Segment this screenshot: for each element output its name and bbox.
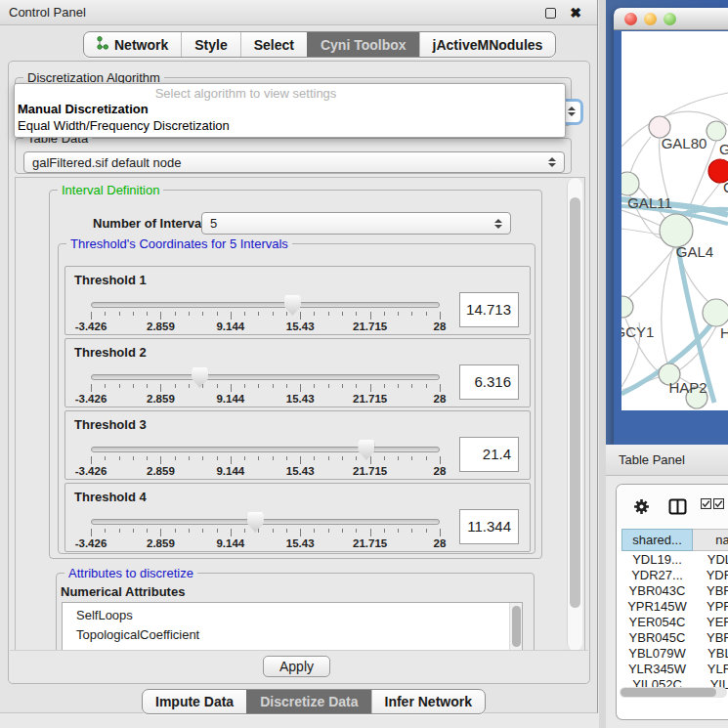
network-node[interactable]	[703, 299, 728, 326]
table-row[interactable]: YLR345WYLR3	[621, 662, 728, 677]
column-header-shared-name[interactable]: shared...	[621, 529, 693, 551]
table-data-combobox[interactable]: galFiltered.sif default node	[23, 151, 565, 173]
tick-mark	[286, 456, 287, 460]
network-node-label: GCY1	[621, 323, 654, 340]
slider-ticks	[91, 456, 440, 465]
threshold-3-slider[interactable]	[91, 447, 440, 452]
network-nodes[interactable]	[621, 116, 728, 408]
network-canvas[interactable]: GAL80 G C GAL11 GAL4 GCY1 H HAP2	[621, 31, 728, 410]
list-vertical-scrollbar[interactable]	[509, 603, 522, 652]
tick-mark	[175, 384, 176, 388]
table-row[interactable]: YBR045CYBR0	[621, 630, 728, 646]
tick-mark	[300, 529, 301, 536]
network-node[interactable]	[660, 214, 693, 247]
apply-button[interactable]: Apply	[263, 656, 330, 677]
table-row[interactable]: YDR27...YDR2	[621, 568, 728, 583]
apply-row: Apply	[10, 650, 588, 682]
tab-infer-network[interactable]: Infer Network	[371, 690, 485, 713]
tab-style[interactable]: Style	[181, 32, 239, 57]
split-columns-icon[interactable]	[668, 498, 687, 515]
tick-mark	[91, 384, 92, 392]
tick-mark	[202, 312, 203, 316]
column-header-name[interactable]: na	[693, 529, 728, 551]
threshold-3-value-field[interactable]: 21.4	[459, 437, 519, 472]
tick-mark	[273, 529, 274, 533]
threshold-4-slider[interactable]	[91, 519, 440, 525]
tab-jactivemnodules[interactable]: jActiveMNodules	[419, 32, 556, 57]
list-item-selfloops[interactable]: SelfLoops	[63, 603, 522, 625]
tab-network[interactable]: Network	[84, 32, 181, 57]
table-row[interactable]: YBR043CYBR0	[621, 583, 728, 599]
threshold-4-value-field[interactable]: 11.344	[459, 509, 519, 544]
tick-mark	[314, 456, 315, 460]
close-traffic-light-icon[interactable]	[624, 13, 637, 25]
threshold-1-value-field[interactable]: 14.713	[459, 292, 519, 327]
list-item-topologicalcoefficient[interactable]: TopologicalCoefficient	[63, 625, 522, 645]
tick-mark	[426, 384, 427, 388]
tick-mark	[286, 384, 287, 388]
tick-mark	[175, 529, 176, 533]
tick-label: 15.43	[286, 321, 315, 332]
tick-mark	[398, 456, 399, 460]
network-view-window[interactable]: GAL80 G C GAL11 GAL4 GCY1 H HAP2	[614, 8, 728, 445]
tick-mark	[273, 384, 274, 388]
tick-label: 28	[434, 537, 447, 549]
tab-select[interactable]: Select	[240, 32, 307, 57]
tick-mark	[411, 312, 412, 316]
tick-mark	[160, 456, 161, 464]
checkbox-icon[interactable]	[713, 498, 724, 509]
tick-mark	[356, 529, 357, 533]
threshold-2-label: Threshold 2	[74, 345, 147, 360]
combo-arrows-icon	[568, 107, 576, 116]
network-node[interactable]	[621, 296, 633, 318]
tick-mark	[147, 312, 148, 316]
tick-label: 21.715	[353, 321, 387, 332]
tick-mark	[217, 529, 218, 533]
zoom-traffic-light-icon[interactable]	[664, 13, 676, 25]
scrollbar-thumb[interactable]	[621, 688, 716, 697]
tick-mark	[328, 312, 329, 316]
tick-label: 15.43	[286, 465, 315, 477]
tick-mark	[217, 456, 218, 460]
threshold-4-label: Threshold 4	[74, 490, 147, 504]
tick-mark	[189, 384, 190, 388]
table-row[interactable]: YDL19...YDL1	[621, 552, 728, 568]
gear-icon[interactable]	[633, 498, 650, 515]
table-row[interactable]: YBL079WYBL0	[621, 646, 728, 662]
scrollbar-thumb[interactable]	[512, 606, 521, 647]
scrollbar-thumb[interactable]	[570, 197, 580, 608]
threshold-2-slider[interactable]	[91, 374, 440, 380]
cyni-bottom-tab-bar: Impute Data Discretize Data Infer Networ…	[142, 689, 486, 714]
settings-vertical-scrollbar[interactable]	[567, 178, 582, 651]
tick-mark	[342, 456, 343, 460]
table-row[interactable]: YPR145WYPR1	[621, 599, 728, 615]
table-row[interactable]: YER054CYER0	[621, 615, 728, 630]
tab-impute-data[interactable]: Impute Data	[143, 690, 246, 713]
numerical-attributes-label: Numerical Attributes	[61, 584, 185, 599]
dropdown-item-manual-discretization[interactable]: Manual Discretization	[15, 101, 565, 117]
dropdown-item-equal-width-frequency[interactable]: Equal Width/Frequency Discretization	[15, 117, 565, 134]
close-icon[interactable]: ✖	[570, 0, 581, 25]
threshold-1-slider[interactable]	[91, 302, 440, 308]
tick-mark	[189, 312, 190, 316]
table-horizontal-scrollbar[interactable]	[620, 687, 727, 698]
float-window-icon[interactable]	[545, 8, 556, 19]
panel-splitter[interactable]	[599, 0, 606, 728]
tick-mark	[133, 456, 134, 460]
number-of-intervals-label: Number of Intervals	[93, 216, 212, 231]
tick-label: 2.859	[147, 321, 175, 332]
network-node[interactable]	[707, 121, 726, 141]
network-window-titlebar[interactable]	[614, 8, 728, 30]
threshold-2-value-field[interactable]: 6.316	[459, 364, 519, 400]
tab-discretize-data[interactable]: Discretize Data	[246, 690, 370, 713]
tick-mark	[133, 312, 134, 316]
tick-mark	[384, 529, 385, 533]
attributes-group-title: Attributes to discretize	[64, 566, 197, 580]
tick-mark	[370, 456, 371, 464]
network-node-label: GAL11	[627, 194, 672, 211]
network-node[interactable]	[621, 172, 639, 195]
tab-cyni-toolbox[interactable]: Cyni Toolbox	[307, 32, 419, 57]
checkbox-icon[interactable]	[701, 498, 711, 509]
minimize-traffic-light-icon[interactable]	[644, 13, 657, 25]
number-of-intervals-combobox[interactable]: 5	[201, 212, 511, 235]
